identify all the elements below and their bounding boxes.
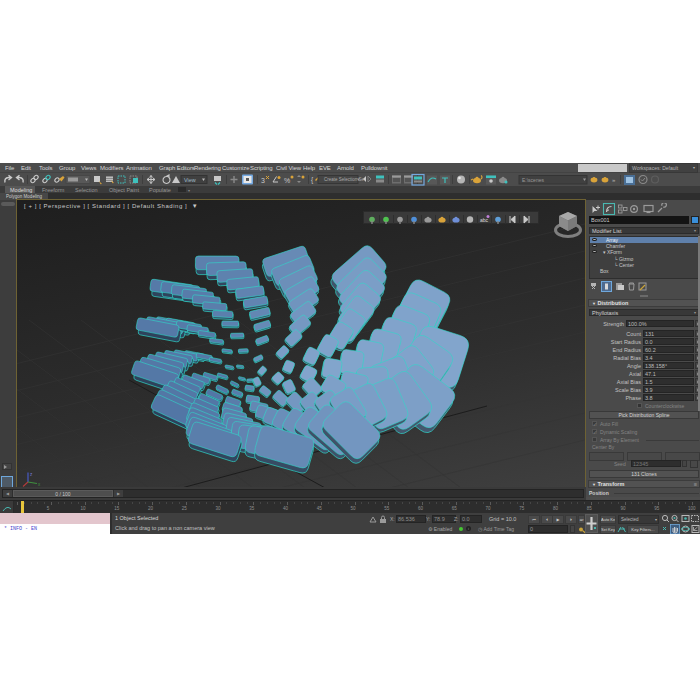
svg-text:z: z (30, 472, 33, 477)
svg-text:View: View (184, 177, 196, 183)
svg-text:abc: abc (480, 217, 489, 223)
svg-text:E:\scenes: E:\scenes (522, 177, 544, 183)
svg-text:»: » (612, 177, 616, 183)
svg-text:%: % (284, 177, 290, 184)
svg-text:{: { (311, 176, 314, 184)
svg-text:3: 3 (261, 177, 265, 184)
